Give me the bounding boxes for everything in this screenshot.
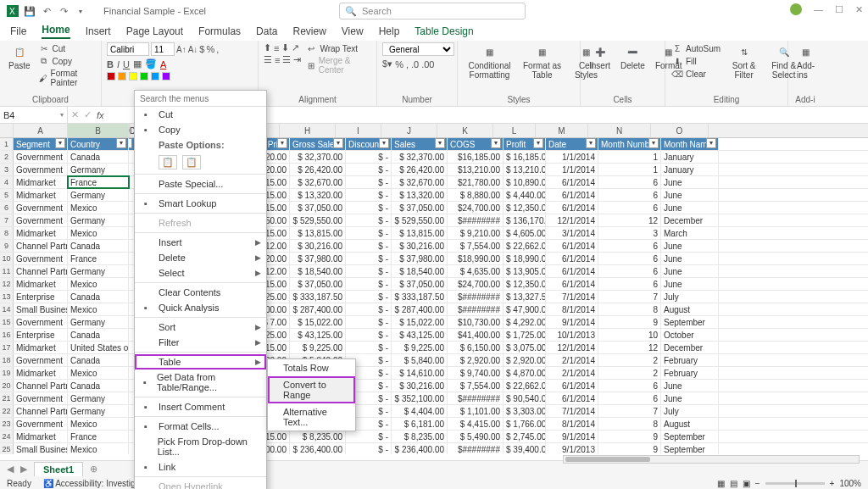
cell[interactable]: Government (14, 418, 68, 430)
cell[interactable]: 2/1/2014 (546, 354, 598, 366)
tab-help[interactable]: Help (379, 25, 400, 37)
cell[interactable]: $21,780.00 (448, 176, 504, 188)
row-header[interactable]: 18 (0, 354, 14, 366)
zoom-slider[interactable] (765, 482, 825, 485)
cell[interactable]: Mexico (68, 443, 129, 454)
cell[interactable]: July (661, 405, 719, 417)
cell[interactable]: $10,730.00 (448, 316, 504, 328)
cell[interactable]: June (661, 253, 719, 264)
ctx-item[interactable]: Delete▶ (135, 250, 266, 265)
cell[interactable]: Canada (68, 151, 129, 163)
view-break-icon[interactable]: ▣ (743, 479, 750, 488)
submenu-item[interactable]: Convert to Range (268, 376, 355, 403)
fill-color-icon[interactable]: 🪣 (145, 58, 157, 69)
cell[interactable]: $ - (346, 265, 392, 277)
ctx-item[interactable]: ▪Get Data from Table/Range... (135, 370, 266, 395)
cell[interactable]: $ 32,370.00 (392, 151, 448, 163)
align-left-icon[interactable]: ☰ (264, 54, 272, 65)
cell[interactable]: $######## (448, 443, 504, 454)
tab-file[interactable]: File (10, 25, 26, 37)
cell[interactable]: $24,700.00 (448, 202, 504, 214)
cell[interactable]: $ 9,210.00 (448, 227, 504, 239)
cell[interactable]: Mexico (68, 303, 129, 315)
cell[interactable]: $ - (346, 443, 392, 454)
tab-page-layout[interactable]: Page Layout (126, 25, 183, 37)
col-header[interactable]: N (588, 124, 651, 137)
tab-view[interactable]: View (342, 25, 364, 37)
color-orange[interactable] (118, 72, 126, 81)
cell[interactable]: June (661, 240, 719, 252)
cell[interactable]: $######## (448, 291, 504, 303)
ctx-item[interactable]: Sort▶ (135, 320, 266, 335)
cell[interactable]: Government (14, 253, 68, 264)
cell[interactable]: October (661, 329, 719, 341)
cell[interactable]: $ 26,420.00 (392, 164, 448, 175)
cell[interactable]: $ 4,870.00 (504, 367, 546, 379)
cell[interactable]: 6/1/2014 (546, 202, 598, 214)
cell[interactable]: 6 (598, 240, 661, 252)
cell[interactable]: June (661, 176, 719, 188)
cell[interactable]: $ 13,320.00 (290, 189, 346, 201)
table-column-header[interactable]: Country (68, 138, 129, 150)
cell[interactable]: $ 236,400.00 (290, 443, 346, 454)
cell[interactable]: Channel Partners (14, 265, 68, 277)
cell[interactable]: June (661, 265, 719, 277)
cell[interactable]: $ 12,350.00 (504, 202, 546, 214)
cell[interactable]: $ 287,400.00 (392, 303, 448, 315)
cell[interactable]: February (661, 354, 719, 366)
align-bottom-icon[interactable]: ⬇ (281, 42, 289, 53)
merge-center-button[interactable]: ⊞Merge & Center (304, 55, 371, 75)
cell[interactable]: $ - (346, 342, 392, 353)
cell[interactable]: $ 18,540.00 (392, 265, 448, 277)
cell[interactable]: $41,400.00 (448, 329, 504, 341)
cell[interactable]: $ 47,900.00 (504, 303, 546, 315)
cell[interactable]: Government (14, 214, 68, 226)
font-color-icon[interactable]: A (160, 59, 166, 69)
indent-icon[interactable]: ⇥ (293, 54, 301, 65)
cell[interactable]: $ - (346, 329, 392, 341)
cell[interactable]: $ 13,327.50 (504, 291, 546, 303)
cell[interactable]: $ - (346, 278, 392, 290)
color-yellow[interactable] (129, 72, 137, 81)
cell[interactable]: 9 (598, 431, 661, 442)
cell[interactable]: Midmarket (14, 431, 68, 442)
cell[interactable]: June (661, 202, 719, 214)
cell[interactable]: 2 (598, 367, 661, 379)
font-size[interactable] (151, 42, 175, 56)
cell[interactable]: June (661, 392, 719, 404)
cell[interactable]: $ 30,216.00 (392, 240, 448, 252)
cell[interactable]: $ 2,920.00 (448, 354, 504, 366)
cell[interactable]: $ 37,050.00 (290, 202, 346, 214)
clear-button[interactable]: ⌫Clear (670, 68, 722, 80)
cell[interactable]: Small Business (14, 303, 68, 315)
cell[interactable]: $ 13,905.00 (504, 265, 546, 277)
horizontal-scrollbar[interactable] (563, 455, 860, 464)
cell[interactable]: Government (14, 151, 68, 163)
cell[interactable]: Canada (68, 354, 129, 366)
cell[interactable]: 3/1/2014 (546, 227, 598, 239)
fx-cancel-icon[interactable]: ✕ (71, 109, 79, 120)
currency-dropdown-icon[interactable]: $▾ (382, 58, 392, 69)
cell[interactable]: Mexico (68, 278, 129, 290)
ctx-item[interactable]: Table▶ (135, 354, 266, 370)
cell[interactable]: $ - (346, 214, 392, 226)
row-header[interactable]: 8 (0, 227, 14, 239)
cell[interactable]: $13,210.00 (448, 164, 504, 175)
cell[interactable]: $ 7,554.00 (448, 240, 504, 252)
cell[interactable]: 8/1/2014 (546, 303, 598, 315)
cell[interactable]: $ 1,766.00 (504, 418, 546, 430)
tab-data[interactable]: Data (256, 25, 277, 37)
cell[interactable]: Channel Partners (14, 405, 68, 417)
submenu-item[interactable]: Alternative Text... (268, 403, 355, 431)
cell[interactable]: $ 15,022.00 (290, 316, 346, 328)
cell[interactable]: Midmarket (14, 227, 68, 239)
cell[interactable]: 2/1/2014 (546, 367, 598, 379)
col-header[interactable]: H (280, 124, 336, 137)
row-header[interactable]: 20 (0, 380, 14, 392)
cell[interactable]: Midmarket (14, 189, 68, 201)
cell[interactable]: 12 (598, 214, 661, 226)
row-header[interactable]: 12 (0, 278, 14, 290)
cell[interactable]: 2 (598, 354, 661, 366)
italic-icon[interactable]: I (117, 59, 120, 69)
table-column-header[interactable]: Sales (392, 138, 448, 150)
